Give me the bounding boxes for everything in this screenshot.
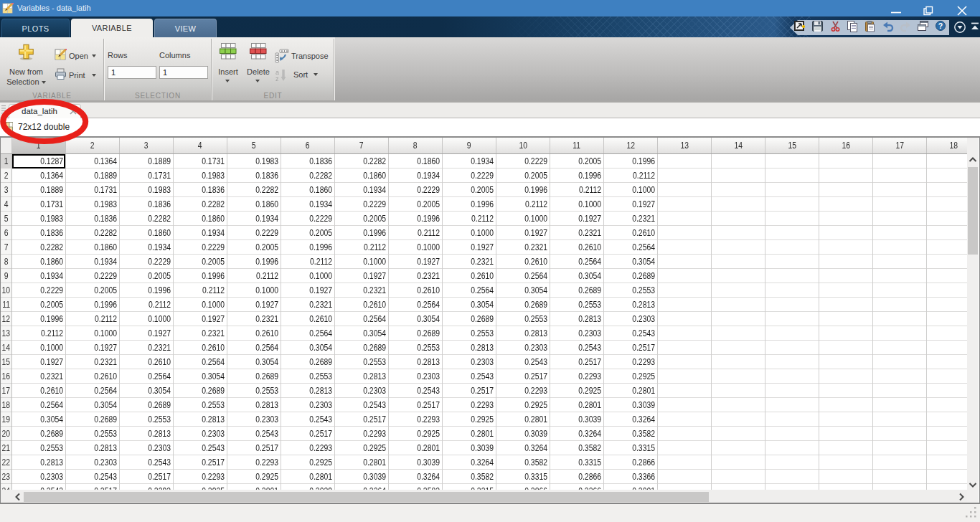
svg-text:?: ? [938,22,943,30]
svg-text:z: z [275,75,279,82]
svg-text:a: a [275,69,279,76]
